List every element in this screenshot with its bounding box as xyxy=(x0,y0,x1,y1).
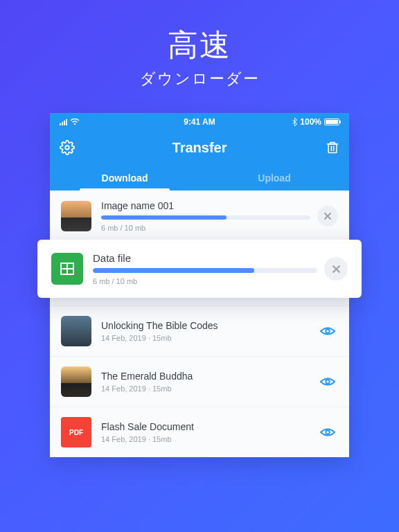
promo-title: 高速 xyxy=(140,25,260,66)
delete-button[interactable] xyxy=(326,140,339,155)
view-button[interactable] xyxy=(317,371,338,392)
nav-title: Transfer xyxy=(172,140,227,156)
svg-point-9 xyxy=(326,329,330,333)
pdf-icon: PDF xyxy=(61,417,91,447)
transfer-list: Image name 001 6 mb / 10 mb Data file 6 … xyxy=(50,190,349,457)
settings-button[interactable] xyxy=(60,140,75,155)
list-item[interactable]: Unlocking The Bible Codes 14 Feb, 2019 ·… xyxy=(50,306,349,357)
thumbnail-icon xyxy=(61,201,91,231)
item-title: Image name 001 xyxy=(101,200,310,211)
phone-mockup: 9:41 AM 100% Transfer Download Upload xyxy=(50,113,349,457)
status-battery-text: 100% xyxy=(300,117,321,127)
bluetooth-icon xyxy=(292,118,297,126)
tab-download-label: Download xyxy=(102,172,148,184)
item-title: Unlocking The Bible Codes xyxy=(101,320,310,331)
svg-point-0 xyxy=(74,123,76,125)
thumbnail-icon xyxy=(61,316,91,346)
list-item[interactable]: PDF Flash Sale Document 14 Feb, 2019 · 1… xyxy=(50,407,349,457)
progress-bar xyxy=(101,215,310,220)
svg-rect-2 xyxy=(328,144,337,153)
battery-icon xyxy=(324,118,339,125)
svg-point-11 xyxy=(326,430,330,434)
list-item-elevated[interactable]: Data file 6 mb / 10 mb xyxy=(37,240,362,298)
progress-bar xyxy=(93,268,317,273)
svg-point-10 xyxy=(326,380,330,384)
wifi-icon xyxy=(70,118,80,125)
item-title: The Emerald Buddha xyxy=(101,371,310,382)
promo-block: 高速 ダウンローダー xyxy=(140,25,260,89)
thumbnail-icon xyxy=(61,366,91,397)
status-bar: 9:41 AM 100% xyxy=(50,113,349,131)
signal-icon xyxy=(60,119,67,125)
tab-download[interactable]: Download xyxy=(50,164,200,190)
list-item[interactable]: The Emerald Buddha 14 Feb, 2019 · 15mb xyxy=(50,357,349,407)
item-meta: 14 Feb, 2019 · 15mb xyxy=(101,384,310,393)
item-title: Flash Sale Document xyxy=(101,421,310,432)
tab-bar: Download Upload xyxy=(50,164,349,190)
item-meta: 6 mb / 10 mb xyxy=(101,224,310,232)
cancel-button[interactable] xyxy=(317,206,338,227)
item-meta: 14 Feb, 2019 · 15mb xyxy=(101,435,310,443)
view-button[interactable] xyxy=(317,321,338,342)
tab-upload-label: Upload xyxy=(258,172,290,184)
cancel-button[interactable] xyxy=(324,257,348,281)
view-button[interactable] xyxy=(317,422,338,443)
item-meta: 14 Feb, 2019 · 15mb xyxy=(101,334,310,342)
list-item[interactable]: Image name 001 6 mb / 10 mb xyxy=(50,190,349,242)
item-meta: 6 mb / 10 mb xyxy=(93,277,317,285)
tab-upload[interactable]: Upload xyxy=(200,164,349,190)
spreadsheet-icon xyxy=(51,253,83,285)
nav-header: Transfer xyxy=(50,131,349,164)
item-title: Data file xyxy=(93,252,317,264)
svg-point-1 xyxy=(65,145,69,150)
promo-subtitle: ダウンローダー xyxy=(140,69,260,89)
